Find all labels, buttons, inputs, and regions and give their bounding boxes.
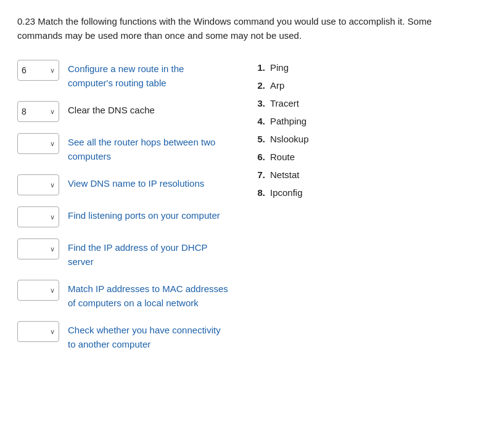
answer-item-6: 6.Route: [253, 152, 351, 162]
answer-text-5: Nslookup: [270, 134, 309, 144]
match-row-1: 6∨Configure a new route in the computer'…: [17, 60, 228, 90]
answer-item-5: 5.Nslookup: [253, 134, 351, 144]
answer-item-4: 4.Pathping: [253, 116, 351, 126]
answer-num-3: 3.: [253, 98, 265, 108]
chevron-icon-4: ∨: [50, 181, 55, 189]
match-row-8: ∨Check whether you have connectivity to …: [17, 321, 228, 351]
dropdown-4[interactable]: ∨: [17, 174, 59, 195]
chevron-icon-2: ∨: [50, 108, 55, 116]
answer-item-3: 3.Tracert: [253, 98, 351, 108]
answer-item-7: 7.Netstat: [253, 169, 351, 180]
answer-text-6: Route: [270, 152, 295, 162]
dropdown-3[interactable]: ∨: [17, 133, 59, 154]
answer-text-3: Tracert: [270, 98, 299, 108]
match-label-2: Clear the DNS cache: [68, 101, 155, 118]
answer-item-8: 8.Ipconfig: [253, 187, 351, 198]
dropdown-7[interactable]: ∨: [17, 280, 59, 301]
match-label-6: Find the IP address of your DHCP server: [68, 238, 228, 269]
dropdown-2[interactable]: 8∨: [17, 101, 59, 122]
chevron-icon-7: ∨: [50, 287, 55, 295]
dropdown-value-2: 8: [22, 107, 34, 116]
answer-num-8: 8.: [253, 187, 265, 198]
answer-num-4: 4.: [253, 116, 265, 126]
answer-num-5: 5.: [253, 134, 265, 144]
dropdown-5[interactable]: ∨: [17, 206, 59, 227]
match-row-7: ∨Match IP addresses to MAC addresses of …: [17, 280, 228, 310]
match-row-3: ∨See all the router hops between two com…: [17, 133, 228, 163]
question-header: 0.23 Match the following functions with …: [17, 15, 472, 43]
match-label-4: View DNS name to IP resolutions: [68, 174, 204, 191]
answer-text-1: Ping: [270, 62, 289, 73]
match-label-5: Find listening ports on your computer: [68, 206, 220, 223]
chevron-icon-6: ∨: [50, 245, 55, 253]
chevron-icon-8: ∨: [50, 328, 55, 336]
answer-num-7: 7.: [253, 169, 265, 180]
answer-text-7: Netstat: [270, 169, 300, 180]
chevron-icon-5: ∨: [50, 213, 55, 221]
chevron-icon-1: ∨: [50, 67, 55, 75]
dropdown-8[interactable]: ∨: [17, 321, 59, 342]
match-row-2: 8∨Clear the DNS cache: [17, 101, 228, 122]
answer-num-1: 1.: [253, 62, 265, 73]
chevron-icon-3: ∨: [50, 140, 55, 148]
match-label-7: Match IP addresses to MAC addresses of c…: [68, 280, 228, 310]
answer-text-4: Pathping: [270, 116, 306, 126]
match-row-4: ∨View DNS name to IP resolutions: [17, 174, 228, 195]
match-label-1: Configure a new route in the computer's …: [68, 60, 228, 90]
answer-text-2: Arp: [270, 80, 284, 91]
answer-num-2: 2.: [253, 80, 265, 91]
match-label-3: See all the router hops between two comp…: [68, 133, 228, 163]
dropdown-value-1: 6: [22, 65, 34, 75]
left-column: 6∨Configure a new route in the computer'…: [17, 60, 228, 351]
match-row-6: ∨Find the IP address of your DHCP server: [17, 238, 228, 269]
answer-item-1: 1.Ping: [253, 62, 351, 73]
answer-num-6: 6.: [253, 152, 265, 162]
right-column: 1.Ping2.Arp3.Tracert4.Pathping5.Nslookup…: [253, 60, 351, 198]
dropdown-1[interactable]: 6∨: [17, 60, 59, 81]
match-label-8: Check whether you have connectivity to a…: [68, 321, 228, 351]
match-row-5: ∨Find listening ports on your computer: [17, 206, 228, 227]
dropdown-6[interactable]: ∨: [17, 238, 59, 259]
answer-item-2: 2.Arp: [253, 80, 351, 91]
answer-text-8: Ipconfig: [270, 187, 303, 198]
